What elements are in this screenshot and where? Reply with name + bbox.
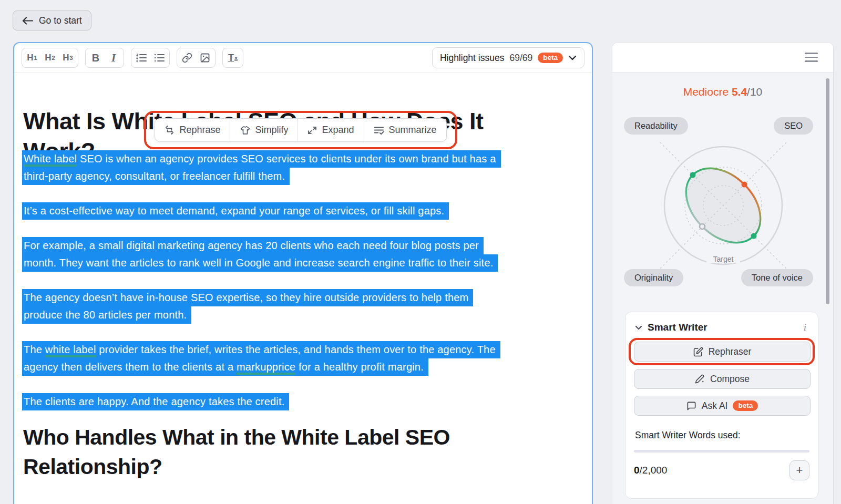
editor-paragraphs[interactable]: White label SEO is when an agency provid… — [22, 150, 590, 428]
beta-badge: beta — [538, 53, 563, 64]
metric-pill-readability[interactable]: Readability — [624, 117, 688, 135]
smart-writer-title: Smart Writer — [648, 322, 707, 333]
simplify-button[interactable]: Simplify — [230, 119, 298, 141]
h3-button[interactable]: H3 — [59, 49, 77, 67]
smart-writer-header[interactable]: Smart Writer i — [634, 321, 809, 333]
selected-text-line: The clients are happy. And the agency ta… — [22, 393, 289, 410]
expand-button[interactable]: Expand — [298, 119, 363, 141]
rephraser-button[interactable]: Rephraser — [634, 342, 811, 362]
document-heading-2[interactable]: Who Handles What in the White Label SEO … — [23, 423, 559, 481]
paragraph[interactable]: It’s a cost-effective way to meet demand… — [22, 202, 590, 220]
summarize-button[interactable]: Summarize — [364, 119, 446, 141]
beta-badge: beta — [733, 400, 758, 412]
compose-button[interactable]: Compose — [634, 369, 811, 389]
sidebar-scrollbar-thumb[interactable] — [826, 78, 829, 304]
selected-text-line: agency then delivers them to the clients… — [22, 358, 428, 376]
ordered-list-icon — [136, 53, 147, 63]
rephraser-annotation: Rephraser — [629, 338, 815, 365]
seo-point — [742, 182, 747, 188]
tone-point — [751, 233, 757, 239]
rephrase-button[interactable]: Rephrase — [155, 119, 230, 141]
italic-button[interactable]: I — [105, 49, 122, 67]
keyword-underline: White label — [24, 153, 77, 167]
clear-formatting-button[interactable]: Tx — [224, 49, 242, 67]
selected-text-line: third-party agency, consultant, or freel… — [22, 168, 290, 185]
insert-buttons-group — [177, 48, 216, 68]
selected-text-line: The white label provider takes the brief… — [22, 341, 500, 358]
summarize-icon — [374, 126, 384, 135]
score-label: Mediocre — [683, 86, 729, 98]
h2-button[interactable]: H2 — [41, 49, 59, 67]
bullet-list-icon — [154, 53, 165, 63]
keyword-underline: markupprice — [237, 361, 295, 375]
paragraph[interactable]: For example, a small digital marketing a… — [22, 237, 590, 272]
text-style-group: B I — [85, 48, 124, 68]
link-button[interactable] — [178, 49, 196, 67]
keyword-underline: white label — [45, 344, 96, 357]
add-words-button[interactable]: + — [789, 460, 809, 480]
go-to-start-label: Go to start — [39, 15, 82, 26]
originality-point — [700, 224, 705, 229]
hamburger-menu-icon[interactable] — [803, 50, 820, 64]
info-icon[interactable]: i — [802, 322, 808, 333]
metric-pill-originality[interactable]: Originality — [624, 269, 683, 286]
selected-text-line: The agency doesn’t have in-house SEO exp… — [22, 289, 473, 306]
score-value: 5.4 — [732, 86, 747, 98]
go-to-start-button[interactable]: Go to start — [13, 11, 91, 30]
selected-text-line: For example, a small digital marketing a… — [22, 237, 484, 254]
rephraser-pen-icon — [693, 347, 703, 357]
compose-pen-sparkle-icon — [695, 374, 705, 384]
chevron-down-icon — [635, 325, 642, 330]
image-button[interactable] — [196, 49, 214, 67]
selected-text-line: produce the 80 articles per month. — [22, 306, 191, 324]
selected-text-line: month. They want the articles to rank we… — [22, 254, 498, 272]
smart-writer-card: Smart Writer i Rephraser — [625, 312, 818, 499]
selected-text-line: It’s a cost-effective way to meet demand… — [22, 202, 449, 220]
words-used-progress-bar — [634, 450, 809, 452]
selection-toolbar-annotation: Rephrase Simplify Expand — [144, 111, 457, 149]
expand-arrows-icon — [307, 126, 317, 135]
heading-buttons-group: H1 H2 H3 — [22, 48, 78, 68]
words-used-label: Smart Writer Words used: — [634, 430, 809, 441]
list-buttons-group — [131, 48, 170, 68]
highlight-issues-dropdown[interactable]: Highlight issues 69/69 beta — [432, 47, 584, 68]
bold-button[interactable]: B — [87, 49, 105, 67]
chevron-down-icon — [568, 55, 577, 60]
editor-panel: H1 H2 H3 B I — [13, 42, 593, 504]
overall-score: Mediocre 5.4/10 — [612, 86, 833, 98]
back-arrow-icon — [22, 17, 33, 25]
words-used-count: 0/2,000 — [634, 465, 667, 476]
ask-ai-button[interactable]: Ask AI beta — [634, 396, 811, 416]
rephrase-icon — [165, 125, 175, 135]
chat-bubble-icon — [686, 401, 696, 411]
image-icon — [200, 53, 210, 63]
link-icon — [182, 53, 192, 63]
metric-pill-tone-of-voice[interactable]: Tone of voice — [741, 269, 813, 286]
paragraph[interactable]: The white label provider takes the brief… — [22, 341, 590, 376]
paragraph[interactable]: White label SEO is when an agency provid… — [22, 150, 590, 185]
readability-point — [690, 172, 696, 178]
h1-button[interactable]: H1 — [23, 49, 41, 67]
paragraph[interactable]: The clients are happy. And the agency ta… — [22, 393, 590, 410]
highlight-issues-count: 69/69 — [509, 53, 532, 64]
assistant-sidebar: Mediocre 5.4/10 Readability SEO — [612, 42, 834, 504]
sidebar-header — [612, 43, 833, 73]
selection-toolbar: Rephrase Simplify Expand — [155, 118, 446, 142]
simplify-tshirt-icon — [240, 126, 250, 135]
selected-text-line: White label SEO is when an agency provid… — [22, 150, 501, 168]
clear-format-group: Tx — [222, 48, 243, 68]
target-label: Target — [713, 255, 734, 263]
score-max: /10 — [747, 86, 762, 98]
score-radar-chart: Target — [612, 136, 834, 274]
ordered-list-button[interactable] — [132, 49, 150, 67]
editor-toolbar: H1 H2 H3 B I — [14, 43, 592, 73]
paragraph[interactable]: The agency doesn’t have in-house SEO exp… — [22, 289, 590, 324]
bullet-list-button[interactable] — [150, 49, 168, 67]
highlight-issues-label: Highlight issues — [440, 53, 505, 64]
metric-pill-seo[interactable]: SEO — [774, 117, 813, 135]
